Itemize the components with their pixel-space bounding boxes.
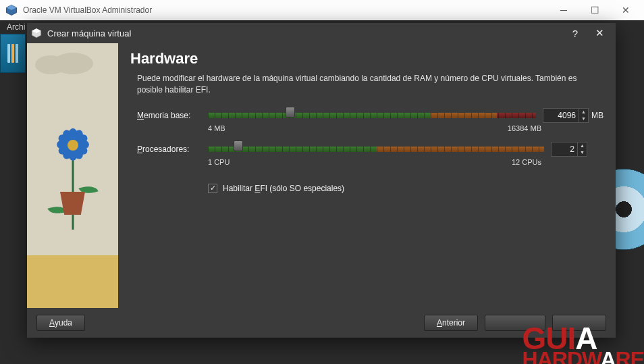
memory-label: Memoria base: bbox=[137, 111, 208, 120]
memory-spinbox[interactable]: ▲▼ MB bbox=[543, 108, 603, 123]
window-controls: ─ ☐ ✕ bbox=[548, 0, 641, 20]
previous-button[interactable]: Anterior bbox=[424, 315, 478, 331]
dialog-content: Hardware Puede modificar el hardware de … bbox=[118, 43, 616, 308]
cpu-input[interactable] bbox=[551, 142, 578, 157]
cpu-spinbox[interactable]: ▲▼ bbox=[551, 142, 587, 157]
memory-unit: MB bbox=[591, 111, 603, 120]
dialog-footer: Ayuda Anterior bbox=[27, 308, 616, 338]
cpu-label: Procesadores: bbox=[137, 145, 208, 154]
memory-range-labels: 4 MB 16384 MB bbox=[130, 124, 603, 132]
cpu-min-label: 1 CPU bbox=[208, 158, 230, 166]
cpu-range-labels: 1 CPU 12 CPUs bbox=[130, 158, 603, 166]
main-titlebar: Oracle VM VirtualBox Administrador ─ ☐ ✕ bbox=[0, 0, 644, 20]
memory-input[interactable] bbox=[543, 108, 579, 123]
next-button[interactable] bbox=[485, 315, 545, 331]
dialog-cube-icon bbox=[31, 28, 42, 38]
close-button[interactable]: ✕ bbox=[610, 0, 641, 20]
cpu-max-label: 12 CPUs bbox=[512, 158, 541, 166]
memory-min-label: 4 MB bbox=[208, 124, 225, 132]
minimize-button[interactable]: ─ bbox=[548, 0, 579, 20]
page-heading: Hardware bbox=[130, 50, 603, 68]
main-window-title: Oracle VM VirtualBox Administrador bbox=[23, 5, 548, 15]
maximize-button[interactable]: ☐ bbox=[579, 0, 610, 20]
help-button[interactable]: Ayuda bbox=[36, 315, 85, 331]
memory-max-label: 16384 MB bbox=[508, 124, 541, 132]
dialog-close-button[interactable]: ✕ bbox=[587, 23, 612, 43]
cpu-slider[interactable] bbox=[208, 143, 544, 155]
memory-slider[interactable] bbox=[208, 109, 536, 122]
efi-checkbox-row[interactable]: ✓ Habilitar EFI (sólo SO especiales) bbox=[130, 184, 603, 193]
virtualbox-app-icon bbox=[5, 4, 18, 16]
memory-stepper[interactable]: ▲▼ bbox=[579, 108, 589, 123]
memory-row: Memoria base: ▲▼ MB bbox=[130, 108, 603, 123]
efi-checkbox[interactable]: ✓ bbox=[208, 184, 217, 193]
dialog-body: Hardware Puede modificar el hardware de … bbox=[27, 43, 616, 308]
cpu-slider-thumb[interactable] bbox=[234, 140, 243, 151]
memory-slider-thumb[interactable] bbox=[286, 107, 295, 118]
cancel-button[interactable] bbox=[552, 315, 606, 331]
dialog-titlebar: Crear máquina virtual ? ✕ bbox=[27, 23, 616, 43]
wizard-illustration bbox=[27, 43, 118, 308]
toolbar-button[interactable] bbox=[0, 34, 26, 73]
create-vm-dialog: Crear máquina virtual ? ✕ bbox=[27, 23, 616, 338]
cpu-row: Procesadores: ▲▼ bbox=[130, 142, 603, 157]
efi-label: Habilitar EFI (sólo SO especiales) bbox=[223, 184, 344, 193]
menu-archivo[interactable]: Archi bbox=[3, 21, 29, 33]
cpu-stepper[interactable]: ▲▼ bbox=[578, 142, 587, 157]
page-description: Puede modificar el hardware de la máquin… bbox=[130, 73, 603, 96]
dialog-help-button[interactable]: ? bbox=[563, 23, 587, 43]
dialog-title: Crear máquina virtual bbox=[47, 28, 563, 38]
